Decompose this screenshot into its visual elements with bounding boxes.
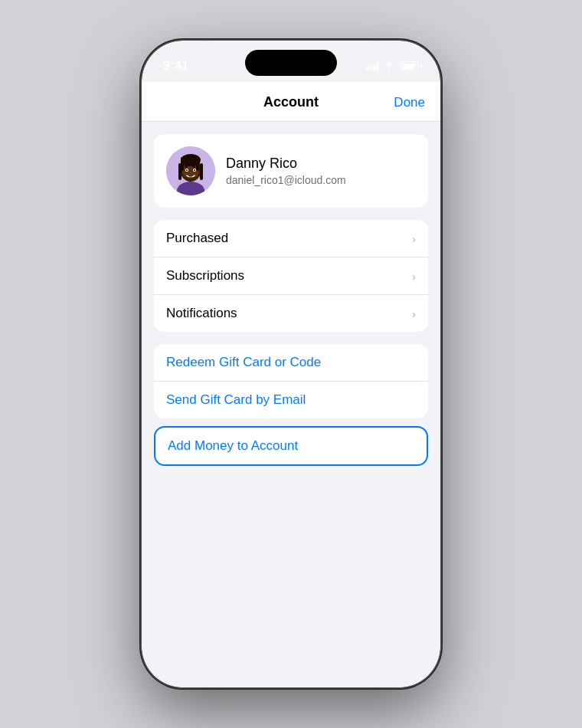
dynamic-island (245, 50, 337, 76)
profile-name: Danny Rico (226, 156, 416, 172)
notifications-label: Notifications (166, 306, 237, 321)
chevron-right-icon: › (412, 232, 416, 245)
avatar (166, 146, 215, 195)
purchased-label: Purchased (166, 231, 228, 246)
status-icons (366, 61, 420, 72)
redeem-gift-card-item[interactable]: Redeem Gift Card or Code (154, 344, 428, 382)
signal-icon (366, 61, 379, 71)
gift-section: Redeem Gift Card or Code Send Gift Card … (142, 332, 440, 481)
nav-header: Account Done (142, 82, 440, 122)
content-area: Account Done (142, 82, 440, 687)
phone-screen: 9:41 (142, 41, 440, 687)
phone-frame: 9:41 (142, 41, 440, 687)
profile-email: daniel_rico1@icloud.com (226, 174, 416, 186)
profile-section: Danny Rico daniel_rico1@icloud.com (142, 122, 440, 208)
profile-info: Danny Rico daniel_rico1@icloud.com (226, 156, 416, 186)
page-title: Account (195, 94, 387, 110)
chevron-right-icon: › (412, 270, 416, 283)
svg-point-15 (194, 169, 195, 171)
svg-rect-8 (192, 156, 195, 168)
status-bar: 9:41 (142, 41, 440, 82)
done-button[interactable]: Done (387, 95, 425, 110)
send-gift-card-item[interactable]: Send Gift Card by Email (154, 382, 428, 418)
svg-rect-9 (196, 157, 199, 171)
svg-rect-10 (178, 163, 181, 180)
list-item[interactable]: Subscriptions › (154, 257, 428, 295)
menu-list: Purchased › Subscriptions › Notification… (154, 220, 428, 332)
svg-point-14 (186, 169, 188, 171)
svg-rect-11 (200, 163, 203, 180)
redeem-gift-card-label: Redeem Gift Card or Code (166, 355, 321, 370)
add-money-item[interactable]: Add Money to Account (154, 426, 428, 466)
status-time: 9:41 (163, 58, 188, 74)
svg-rect-6 (185, 156, 188, 168)
list-item[interactable]: Notifications › (154, 295, 428, 332)
battery-icon (400, 61, 419, 71)
add-money-label: Add Money to Account (168, 438, 298, 454)
profile-card[interactable]: Danny Rico daniel_rico1@icloud.com (154, 134, 428, 208)
svg-rect-7 (188, 155, 191, 166)
chevron-right-icon: › (412, 307, 416, 320)
menu-section: Purchased › Subscriptions › Notification… (142, 208, 440, 332)
list-item[interactable]: Purchased › (154, 220, 428, 257)
wifi-icon (383, 61, 395, 72)
subscriptions-label: Subscriptions (166, 268, 244, 284)
send-gift-card-label: Send Gift Card by Email (166, 392, 306, 408)
